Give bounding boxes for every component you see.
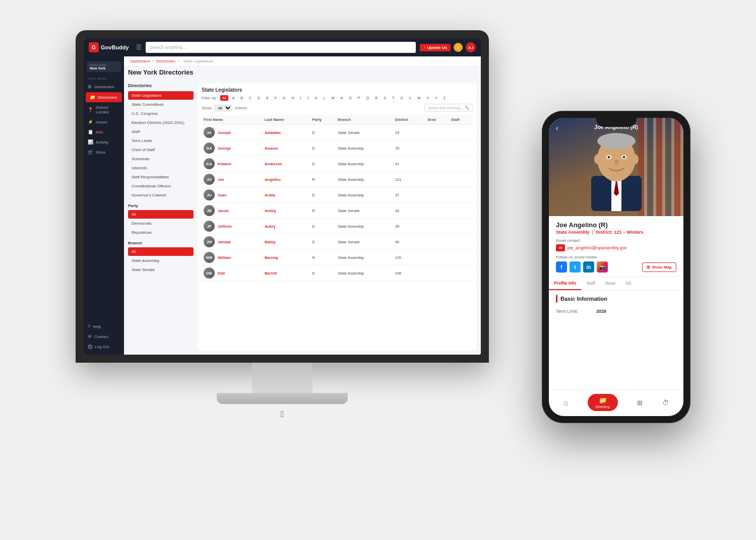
col-area[interactable]: Area <box>425 115 449 125</box>
alpha-btn-r[interactable]: R <box>373 95 380 101</box>
alpha-btn-z[interactable]: Z <box>442 95 448 101</box>
alpha-btn-c[interactable]: C <box>247 95 254 101</box>
dir-item-state-legislators[interactable]: State Legislators <box>128 91 194 100</box>
dir-item-constitutional-officers[interactable]: Constitutional Officers <box>128 182 194 190</box>
hamburger-icon[interactable]: ☰ <box>136 44 142 51</box>
alpha-btn-w[interactable]: W <box>415 95 423 101</box>
entries-select[interactable]: All102550 <box>214 105 232 111</box>
alpha-btn-n[interactable]: N <box>339 95 345 101</box>
alpha-btn-e[interactable]: E <box>264 95 271 101</box>
col-last-name[interactable]: Last Name↑ <box>263 115 310 125</box>
state-selector[interactable]: Select State New York <box>87 61 121 72</box>
instagram-button[interactable]: 📷 <box>597 261 608 273</box>
nav-home[interactable]: ⌂ <box>563 398 568 407</box>
alpha-btn-g[interactable]: G <box>281 95 287 101</box>
col-staff[interactable]: Staff <box>449 115 473 125</box>
alpha-btn-d[interactable]: D <box>256 95 262 101</box>
twitter-button[interactable]: t <box>570 261 581 273</box>
show-label: Show <box>202 106 212 110</box>
alpha-btn-i[interactable]: I <box>298 95 303 101</box>
dir-item-election-districts[interactable]: Election Districts (2022-2031) <box>128 118 194 127</box>
branch-filter-senate[interactable]: State Senate <box>128 265 194 274</box>
sidebar-item-help[interactable]: ? Help <box>84 321 124 331</box>
facebook-button[interactable]: f <box>556 261 567 273</box>
dir-item-staff-responsibilities[interactable]: Staff Responsibilities <box>128 173 194 181</box>
dir-item-scheduler[interactable]: Scheduler <box>128 155 194 163</box>
party-filter-democratic[interactable]: Democratic <box>128 219 194 228</box>
col-branch[interactable]: Branch <box>336 115 393 125</box>
party-filter-all[interactable]: All <box>128 210 194 219</box>
dir-item-us-congress[interactable]: U.S. Congress <box>128 109 194 118</box>
update-button[interactable]: ↑ Update Us <box>420 44 451 51</box>
alpha-btn-u[interactable]: U <box>398 95 405 101</box>
alpha-btn-h[interactable]: H <box>290 95 296 101</box>
dir-item-state-committees[interactable]: State Committees <box>128 100 194 109</box>
back-arrow-icon[interactable]: ‹ <box>556 124 558 132</box>
tab-staff[interactable]: Staff <box>581 277 600 290</box>
nav-map[interactable]: ⊞ <box>637 399 643 407</box>
alpha-btn-t[interactable]: T <box>390 95 396 101</box>
alpha-btn-k[interactable]: K <box>313 95 320 101</box>
sidebar-item-directories[interactable]: 📁 Directories <box>86 92 122 102</box>
notification-badge[interactable]: 3 <box>454 43 463 52</box>
branch-filter-all[interactable]: All <box>128 247 194 256</box>
linkedin-button[interactable]: in <box>583 261 594 273</box>
table-search[interactable]: Search this directory... 🔍 <box>424 104 473 112</box>
branch-filter-assembly[interactable]: State Assembly <box>128 256 194 265</box>
party-filter-republican[interactable]: Republican <box>128 228 194 237</box>
tab-profile-info[interactable]: Profile Info <box>549 277 581 290</box>
sidebar-item-contact[interactable]: ✉ Contact <box>84 331 124 342</box>
email-address[interactable]: joe_angelino@nyassembly.gov <box>568 245 626 250</box>
alpha-btn-q[interactable]: Q <box>364 95 371 101</box>
alpha-btn-v[interactable]: V <box>407 95 413 101</box>
alpha-btn-b[interactable]: B <box>238 95 245 101</box>
tab-ad[interactable]: Ad <box>620 277 636 290</box>
sidebar-item-issues[interactable]: ⚡ Issues <box>84 117 124 127</box>
table-row[interactable]: JB Jacob Ashby R State Senate 43 <box>202 203 473 219</box>
table-row[interactable]: JM Jamaal Bailey D State Senate 36 <box>202 234 473 250</box>
dir-item-governors-cabinet[interactable]: Governor's Cabinet <box>128 191 194 199</box>
cell-party: R <box>310 250 336 265</box>
table-row[interactable]: DB Didi Barrett D State Assembly 106 <box>202 265 473 281</box>
search-bar[interactable]: Search anything... <box>146 42 416 53</box>
alpha-btn-x[interactable]: X <box>425 95 431 101</box>
col-district[interactable]: District <box>393 115 425 125</box>
col-party[interactable]: Party <box>310 115 336 125</box>
sidebar-item-activity[interactable]: 📊 Activity <box>84 137 124 147</box>
sidebar-item-logout[interactable]: ⏻ Log Out <box>84 342 124 352</box>
nav-directory[interactable]: 📁 Directory <box>588 394 618 411</box>
nav-clock[interactable]: ⏱ <box>662 399 669 407</box>
alpha-btn-p[interactable]: P <box>356 95 362 101</box>
sidebar-item-district-locator[interactable]: 📍 District Locator <box>84 103 124 117</box>
breadcrumb-dashboard[interactable]: Dashboard <box>130 59 150 63</box>
sidebar-item-store[interactable]: 🛒 Store <box>84 147 124 157</box>
tab-issue[interactable]: Issue <box>600 277 620 290</box>
dir-item-term-limits[interactable]: Term Limits <box>128 137 194 145</box>
table-row[interactable]: JA Joseph Addabbo D State Senate 15 <box>202 125 473 141</box>
alpha-btn-m[interactable]: M <box>330 95 337 101</box>
sidebar-item-dashboard[interactable]: ⊞ Dashboard <box>84 82 124 92</box>
alpha-btn-f[interactable]: F <box>273 95 279 101</box>
dir-item-interests[interactable]: Interests <box>128 164 194 172</box>
table-row[interactable]: JO Joe Angelino R State Assembly 121 <box>202 172 473 187</box>
sidebar-item-bills[interactable]: 📋 Bills <box>84 127 124 137</box>
table-row[interactable]: JU Juan Ardila D State Assembly 37 <box>202 187 473 203</box>
show-map-button[interactable]: ⊞ Show Map <box>642 262 676 272</box>
table-row[interactable]: GA George Alvarez D State Assembly 78 <box>202 141 473 156</box>
alpha-btn-o[interactable]: O <box>347 95 354 101</box>
alpha-btn-a[interactable]: A <box>230 95 237 101</box>
user-avatar[interactable]: AJ <box>466 42 476 52</box>
alpha-btn-j[interactable]: J <box>305 95 311 101</box>
col-first-name[interactable]: First Name <box>202 115 263 125</box>
breadcrumb-directories[interactable]: Directories <box>156 59 175 63</box>
dir-item-staff[interactable]: Staff <box>128 127 194 136</box>
alpha-btn-y[interactable]: Y <box>433 95 439 101</box>
alpha-btn-s[interactable]: S <box>382 95 388 101</box>
cell-party: D <box>310 234 336 250</box>
table-row[interactable]: JF Jeffrion Aubry D State Assembly 35 <box>202 219 473 234</box>
alpha-btn-l[interactable]: L <box>322 95 328 101</box>
table-row[interactable]: KA Khaleel Anderson D State Assembly 31 <box>202 156 473 172</box>
table-row[interactable]: WB William Barclay R State Assembly 120 <box>202 250 473 265</box>
dir-item-chief-of-staff[interactable]: Chief of Staff <box>128 146 194 154</box>
alpha-btn-all[interactable]: All <box>220 95 228 101</box>
